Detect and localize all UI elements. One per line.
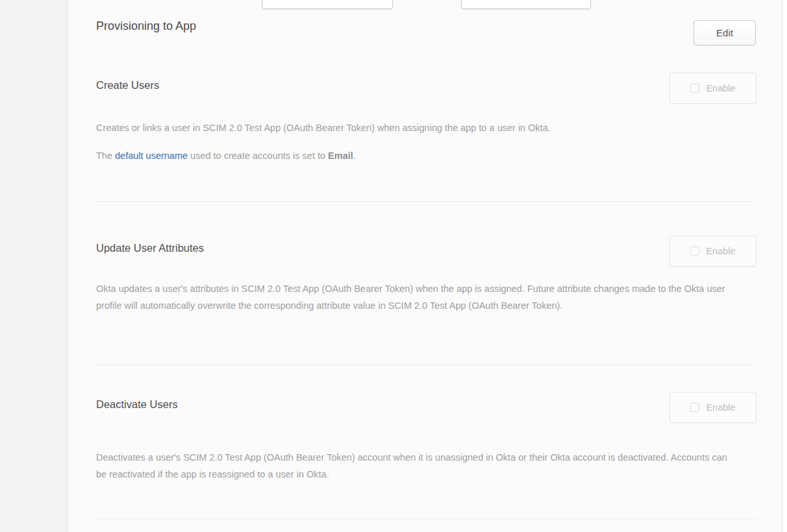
- enable-label: Enable: [706, 83, 735, 93]
- page-title: Provisioning to App: [96, 19, 196, 33]
- update-user-attributes-enable-toggle[interactable]: Enable: [669, 236, 756, 267]
- enable-checkbox[interactable]: [690, 403, 699, 412]
- partial-input-field[interactable]: [461, 0, 591, 9]
- section-heading-create-users: Create Users: [96, 79, 159, 91]
- username-value: Email: [328, 151, 353, 161]
- enable-label: Enable: [706, 246, 735, 256]
- update-user-attributes-description: Okta updates a user's attributes in SCIM…: [96, 280, 751, 314]
- deactivate-users-description: Deactivates a user's SCIM 2.0 Test App (…: [96, 449, 729, 483]
- section-heading-deactivate-users: Deactivate Users: [96, 398, 178, 411]
- partial-input-field[interactable]: [262, 0, 393, 9]
- section-divider: [96, 365, 756, 365]
- left-sidebar: [0, 0, 68, 532]
- enable-label: Enable: [706, 402, 735, 413]
- section-heading-update-user-attributes: Update User Attributes: [96, 242, 204, 254]
- username-line-prefix: The: [96, 151, 115, 161]
- deactivate-users-enable-toggle[interactable]: Enable: [669, 392, 756, 423]
- provisioning-settings-panel: Provisioning to App Edit Create Users En…: [68, 0, 782, 532]
- enable-checkbox[interactable]: [690, 84, 699, 93]
- username-line-middle: used to create accounts is set to: [188, 151, 328, 161]
- create-users-enable-toggle[interactable]: Enable: [669, 73, 756, 104]
- edit-button[interactable]: Edit: [693, 20, 756, 45]
- section-divider: [96, 201, 756, 202]
- default-username-line: The default username used to create acco…: [96, 147, 693, 164]
- create-users-description: Creates or links a user in SCIM 2.0 Test…: [96, 119, 693, 136]
- default-username-link[interactable]: default username: [115, 151, 188, 161]
- section-divider: [96, 518, 756, 519]
- enable-checkbox[interactable]: [690, 247, 699, 256]
- username-line-suffix: .: [353, 151, 356, 161]
